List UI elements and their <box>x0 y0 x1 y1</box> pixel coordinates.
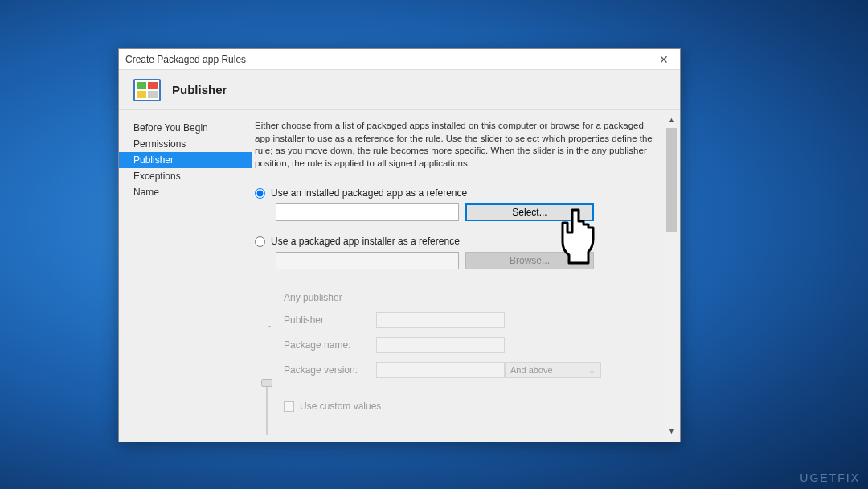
installer-field <box>276 252 459 269</box>
use-custom-values-row: Use custom values <box>284 401 661 412</box>
property-slider-thumb[interactable] <box>261 379 272 387</box>
use-custom-values-checkbox <box>284 401 294 412</box>
radio-installed-app-label: Use an installed packaged app as a refer… <box>271 187 467 199</box>
package-name-field <box>376 337 505 353</box>
radio-installed-app-input[interactable] <box>255 188 265 199</box>
publisher-details: Any publisher Publisher: Package name: P… <box>255 284 661 412</box>
radio-installer-input[interactable] <box>255 236 265 247</box>
dialog-window: Create Packaged app Rules ✕ Publisher Be… <box>118 48 681 442</box>
package-name-label: Package name: <box>284 339 376 351</box>
tick-icon <box>261 294 284 302</box>
sidebar-item-permissions[interactable]: Permissions <box>119 136 252 152</box>
publisher-label: Publisher: <box>284 314 376 326</box>
sidebar-item-before-you-begin[interactable]: Before You Begin <box>119 120 252 136</box>
titlebar[interactable]: Create Packaged app Rules ✕ <box>119 49 680 70</box>
scroll-up-icon[interactable]: ▲ <box>665 113 678 127</box>
content-scrollbar[interactable]: ▲ ▼ <box>665 113 678 438</box>
close-icon[interactable]: ✕ <box>654 51 674 68</box>
dialog-title: Create Packaged app Rules <box>125 54 246 65</box>
watermark: UGETFIX <box>800 471 860 484</box>
any-publisher-label: Any publisher <box>284 292 376 303</box>
apps-icon <box>133 79 161 101</box>
wizard-sidebar: Before You Begin Permissions Publisher E… <box>119 110 252 442</box>
sidebar-item-name[interactable]: Name <box>119 184 252 200</box>
package-version-label: Package version: <box>284 364 376 376</box>
property-slider-track <box>266 382 268 435</box>
content-pane: Either choose from a list of packaged ap… <box>252 110 680 442</box>
use-custom-values-label: Use custom values <box>300 401 381 412</box>
scroll-thumb[interactable] <box>666 128 677 232</box>
browse-button: Browse... <box>465 252 594 269</box>
select-button[interactable]: Select... <box>465 203 594 221</box>
dialog-body: Before You Begin Permissions Publisher E… <box>119 110 680 442</box>
radio-installer[interactable]: Use a packaged app installer as a refere… <box>255 236 661 247</box>
scroll-down-icon[interactable]: ▼ <box>665 425 678 438</box>
chevron-down-icon: ⌄ <box>588 365 596 376</box>
package-version-field <box>376 362 505 378</box>
radio-installed-app[interactable]: Use an installed packaged app as a refer… <box>255 187 661 199</box>
wizard-header: Publisher <box>119 70 680 110</box>
sidebar-item-publisher[interactable]: Publisher <box>119 152 252 168</box>
version-compare-label: And above <box>510 365 553 375</box>
installed-app-field[interactable] <box>276 203 459 221</box>
intro-text: Either choose from a list of packaged ap… <box>255 117 661 183</box>
page-title: Publisher <box>172 83 227 97</box>
publisher-field <box>376 312 505 328</box>
sidebar-item-exceptions[interactable]: Exceptions <box>119 168 252 184</box>
version-compare-select: And above ⌄ <box>505 362 601 378</box>
radio-installer-label: Use a packaged app installer as a refere… <box>271 236 460 247</box>
